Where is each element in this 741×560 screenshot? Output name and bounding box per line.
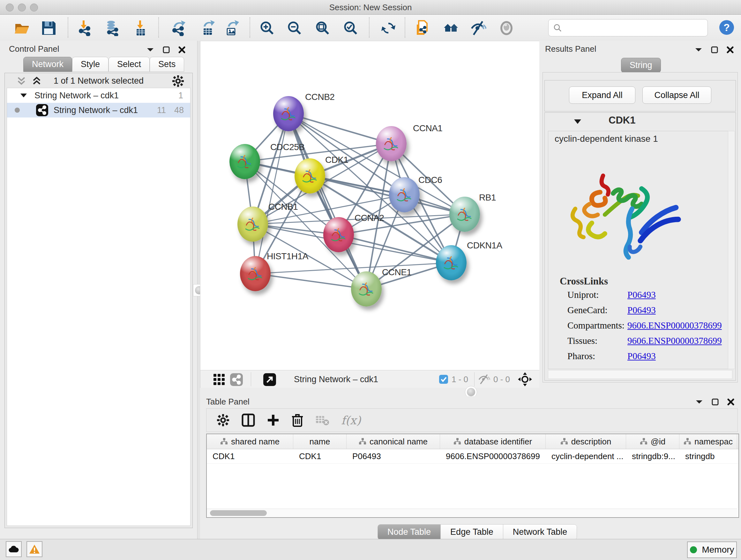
- table-horizontal-scrollbar[interactable]: [207, 509, 737, 517]
- tab-select[interactable]: Select: [109, 57, 150, 72]
- show-graphics-orb-icon[interactable]: [498, 20, 515, 36]
- zoom-in-icon[interactable]: [259, 20, 275, 36]
- tab-style[interactable]: Style: [72, 57, 109, 72]
- results-horizontal-scrollbar[interactable]: [548, 370, 732, 379]
- table-cell[interactable]: cyclin-dependent ...: [546, 449, 626, 463]
- panel-menu-icon[interactable]: [695, 399, 703, 405]
- save-session-icon[interactable]: [41, 20, 57, 36]
- network-node-CCNB2[interactable]: [273, 96, 304, 131]
- show-columns-icon[interactable]: [242, 414, 255, 427]
- tab-edge-table[interactable]: Edge Table: [441, 524, 503, 540]
- collapse-all-button[interactable]: Collapse All: [643, 86, 711, 104]
- column-header[interactable]: description: [546, 434, 626, 449]
- column-header[interactable]: database identifier: [440, 434, 546, 449]
- network-node-RB1[interactable]: [449, 197, 480, 232]
- zoom-fit-icon[interactable]: [315, 20, 331, 36]
- export-image-icon[interactable]: [223, 20, 239, 36]
- network-node-CCNA2[interactable]: [323, 217, 354, 252]
- export-table-icon[interactable]: [200, 20, 216, 36]
- birds-eye-grid-icon[interactable]: [213, 374, 225, 386]
- table-cell[interactable]: P06493: [347, 449, 440, 463]
- table-cell[interactable]: CDK1: [293, 449, 347, 463]
- node-label: CDK1: [325, 155, 348, 165]
- tab-sets[interactable]: Sets: [150, 57, 184, 72]
- float-panel-icon[interactable]: [711, 46, 718, 53]
- table-cell[interactable]: stringdb:9...: [626, 449, 679, 463]
- clone-network-icon[interactable]: [414, 20, 430, 36]
- panel-menu-icon[interactable]: [146, 47, 154, 53]
- tab-string[interactable]: String: [621, 58, 661, 73]
- add-column-icon[interactable]: [267, 414, 279, 426]
- table-row[interactable]: CDK1CDK1P064939606.ENSP00000378699cyclin…: [207, 449, 738, 463]
- zoom-out-icon[interactable]: [286, 20, 302, 36]
- column-header[interactable]: name: [293, 434, 347, 449]
- export-network-icon[interactable]: [171, 20, 186, 36]
- hide-unhide-icon[interactable]: [470, 20, 486, 36]
- import-table-icon[interactable]: [132, 20, 148, 36]
- zoom-selected-icon[interactable]: [343, 20, 359, 36]
- tab-node-table[interactable]: Node Table: [378, 524, 441, 540]
- close-panel-icon[interactable]: [727, 398, 735, 406]
- column-header[interactable]: @id: [626, 434, 679, 449]
- float-panel-icon[interactable]: [712, 398, 719, 406]
- tab-network[interactable]: Network: [23, 57, 72, 72]
- close-panel-icon[interactable]: [726, 46, 734, 54]
- scrollbar-thumb[interactable]: [210, 510, 267, 516]
- column-header[interactable]: canonical name: [347, 434, 440, 449]
- network-node-CDC25B[interactable]: [229, 144, 260, 179]
- table-cell[interactable]: CDK1: [207, 449, 293, 463]
- collapse-triangle-icon[interactable]: [20, 92, 27, 98]
- selected-checkbox-icon[interactable]: [439, 374, 448, 384]
- delete-column-icon[interactable]: [291, 414, 304, 427]
- node-label: CDKN1A: [467, 240, 502, 251]
- network-node-CCNB1[interactable]: [238, 206, 268, 242]
- expand-all-button[interactable]: Expand All: [569, 86, 635, 104]
- memory-button[interactable]: Memory: [687, 542, 737, 558]
- crosslink-link[interactable]: P06493: [627, 290, 656, 300]
- panel-divider-horizontal[interactable]: [200, 388, 741, 396]
- cloud-status-button[interactable]: [6, 541, 22, 557]
- import-network-file-icon[interactable]: [77, 20, 92, 36]
- tab-network-table[interactable]: Network Table: [503, 524, 577, 540]
- collection-label: String Network – cdk1: [35, 91, 119, 101]
- network-node-CCNA1[interactable]: [376, 126, 407, 161]
- crosslink-row: GeneCard: P06493: [548, 305, 732, 320]
- network-node-HIST1H1A[interactable]: [240, 256, 271, 291]
- network-node-CDK1[interactable]: [294, 159, 325, 193]
- network-canvas[interactable]: CCNB2 CCNA1 CDC25B CDK1 CDC6 RB1 CCNB1 C…: [200, 41, 540, 371]
- fit-content-crosshair-icon[interactable]: [518, 372, 532, 386]
- string-panel-icon[interactable]: [230, 373, 243, 386]
- close-panel-icon[interactable]: [178, 46, 186, 54]
- crosslink-link[interactable]: 9606.ENSP00000378699: [627, 335, 722, 346]
- delete-table-icon[interactable]: [316, 415, 329, 426]
- table-cell[interactable]: stringdb: [679, 449, 737, 463]
- float-panel-icon[interactable]: [163, 46, 170, 53]
- column-header[interactable]: shared name: [207, 434, 293, 449]
- function-builder-icon[interactable]: f(x): [341, 414, 361, 427]
- network-collection-row[interactable]: String Network – cdk1 1: [7, 88, 190, 103]
- open-in-browser-icon[interactable]: [263, 373, 276, 386]
- section-collapse-triangle-icon[interactable]: [574, 118, 582, 125]
- table-cell[interactable]: 9606.ENSP00000378699: [440, 449, 546, 463]
- open-session-icon[interactable]: [14, 20, 30, 36]
- help-icon[interactable]: ?: [719, 19, 735, 36]
- crosslink-link[interactable]: P06493: [627, 305, 656, 315]
- import-network-database-icon[interactable]: [104, 20, 120, 36]
- network-row[interactable]: String Network – cdk1 11 48: [7, 103, 190, 118]
- crosslink-link[interactable]: 9606.ENSP00000378699: [627, 320, 722, 331]
- panel-menu-icon[interactable]: [694, 47, 703, 53]
- crosslink-link[interactable]: P06493: [627, 351, 656, 361]
- collection-count: 1: [179, 91, 183, 101]
- warnings-button[interactable]: [26, 541, 43, 557]
- first-neighbors-icon[interactable]: [443, 20, 459, 36]
- results-vertical-scrollbar[interactable]: [728, 131, 735, 369]
- network-node-CDKN1A[interactable]: [436, 245, 467, 280]
- node-table[interactable]: shared namenamecanonical namedatabase id…: [206, 434, 739, 518]
- column-header[interactable]: namespac: [679, 434, 737, 449]
- network-node-CDC6[interactable]: [389, 177, 420, 212]
- network-options-gear-icon[interactable]: [172, 75, 184, 87]
- table-options-gear-icon[interactable]: [217, 414, 229, 427]
- search-input[interactable]: [548, 19, 708, 37]
- refresh-view-icon[interactable]: [381, 20, 396, 36]
- network-node-CCNE1[interactable]: [351, 271, 382, 307]
